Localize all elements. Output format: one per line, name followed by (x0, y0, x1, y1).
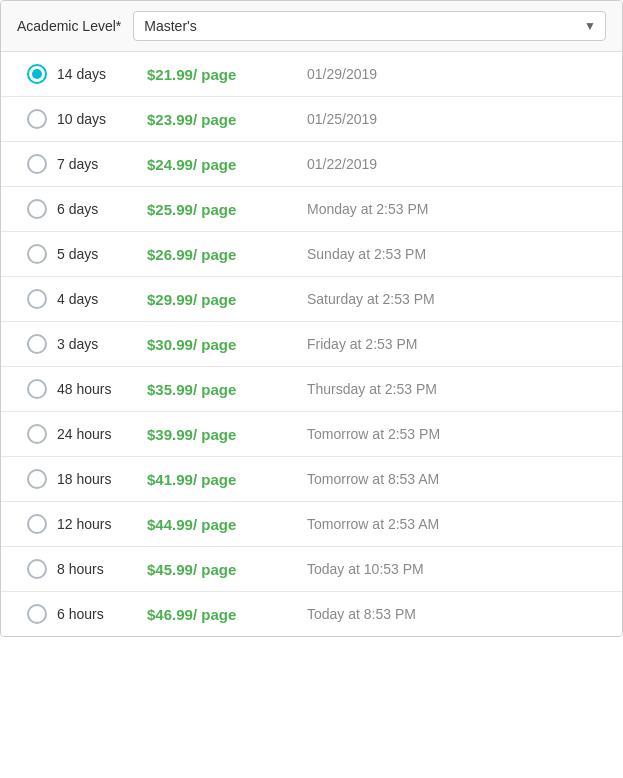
duration-label: 48 hours (57, 381, 147, 397)
pricing-row[interactable]: 5 days $26.99/ page Sunday at 2:53 PM (1, 232, 622, 277)
radio-col[interactable] (17, 604, 57, 624)
radio-button[interactable] (27, 154, 47, 174)
price-label: $21.99/ page (147, 66, 307, 83)
price-label: $44.99/ page (147, 516, 307, 533)
radio-col[interactable] (17, 469, 57, 489)
price-label: $41.99/ page (147, 471, 307, 488)
date-label: 01/25/2019 (307, 111, 606, 127)
pricing-row[interactable]: 6 hours $46.99/ page Today at 8:53 PM (1, 592, 622, 636)
price-label: $23.99/ page (147, 111, 307, 128)
duration-label: 4 days (57, 291, 147, 307)
price-label: $35.99/ page (147, 381, 307, 398)
date-label: Saturday at 2:53 PM (307, 291, 606, 307)
pricing-row[interactable]: 18 hours $41.99/ page Tomorrow at 8:53 A… (1, 457, 622, 502)
date-label: Tomorrow at 2:53 PM (307, 426, 606, 442)
price-label: $39.99/ page (147, 426, 307, 443)
radio-button[interactable] (27, 379, 47, 399)
duration-label: 10 days (57, 111, 147, 127)
duration-label: 6 hours (57, 606, 147, 622)
radio-button[interactable] (27, 334, 47, 354)
radio-button[interactable] (27, 424, 47, 444)
radio-button[interactable] (27, 514, 47, 534)
academic-level-select[interactable]: High SchoolUndergraduateMaster'sPhD (133, 11, 606, 41)
radio-col[interactable] (17, 559, 57, 579)
date-label: Friday at 2:53 PM (307, 336, 606, 352)
radio-button[interactable] (27, 604, 47, 624)
duration-label: 18 hours (57, 471, 147, 487)
radio-button[interactable] (27, 64, 47, 84)
radio-col[interactable] (17, 424, 57, 444)
price-label: $25.99/ page (147, 201, 307, 218)
pricing-row[interactable]: 3 days $30.99/ page Friday at 2:53 PM (1, 322, 622, 367)
price-label: $24.99/ page (147, 156, 307, 173)
duration-label: 8 hours (57, 561, 147, 577)
radio-button[interactable] (27, 244, 47, 264)
pricing-row[interactable]: 24 hours $39.99/ page Tomorrow at 2:53 P… (1, 412, 622, 457)
radio-col[interactable] (17, 514, 57, 534)
pricing-row[interactable]: 10 days $23.99/ page 01/25/2019 (1, 97, 622, 142)
date-label: Thursday at 2:53 PM (307, 381, 606, 397)
duration-label: 3 days (57, 336, 147, 352)
pricing-row[interactable]: 7 days $24.99/ page 01/22/2019 (1, 142, 622, 187)
academic-level-header: Academic Level* High SchoolUndergraduate… (1, 1, 622, 52)
radio-col[interactable] (17, 244, 57, 264)
pricing-row[interactable]: 48 hours $35.99/ page Thursday at 2:53 P… (1, 367, 622, 412)
radio-col[interactable] (17, 199, 57, 219)
radio-col[interactable] (17, 289, 57, 309)
radio-button[interactable] (27, 559, 47, 579)
duration-label: 5 days (57, 246, 147, 262)
radio-button[interactable] (27, 109, 47, 129)
duration-label: 12 hours (57, 516, 147, 532)
radio-button[interactable] (27, 199, 47, 219)
pricing-rows: 14 days $21.99/ page 01/29/2019 10 days … (1, 52, 622, 636)
duration-label: 7 days (57, 156, 147, 172)
academic-level-label: Academic Level* (17, 18, 121, 34)
date-label: 01/22/2019 (307, 156, 606, 172)
price-label: $30.99/ page (147, 336, 307, 353)
pricing-row[interactable]: 4 days $29.99/ page Saturday at 2:53 PM (1, 277, 622, 322)
radio-col[interactable] (17, 109, 57, 129)
radio-col[interactable] (17, 154, 57, 174)
academic-level-select-wrapper: High SchoolUndergraduateMaster'sPhD ▼ (133, 11, 606, 41)
radio-col[interactable] (17, 334, 57, 354)
radio-col[interactable] (17, 379, 57, 399)
pricing-row[interactable]: 12 hours $44.99/ page Tomorrow at 2:53 A… (1, 502, 622, 547)
date-label: Monday at 2:53 PM (307, 201, 606, 217)
pricing-row[interactable]: 8 hours $45.99/ page Today at 10:53 PM (1, 547, 622, 592)
date-label: Tomorrow at 8:53 AM (307, 471, 606, 487)
radio-button[interactable] (27, 469, 47, 489)
duration-label: 6 days (57, 201, 147, 217)
date-label: Today at 8:53 PM (307, 606, 606, 622)
price-label: $46.99/ page (147, 606, 307, 623)
date-label: Tomorrow at 2:53 AM (307, 516, 606, 532)
date-label: 01/29/2019 (307, 66, 606, 82)
price-label: $26.99/ page (147, 246, 307, 263)
radio-col[interactable] (17, 64, 57, 84)
date-label: Today at 10:53 PM (307, 561, 606, 577)
price-label: $45.99/ page (147, 561, 307, 578)
pricing-container: Academic Level* High SchoolUndergraduate… (0, 0, 623, 637)
radio-button[interactable] (27, 289, 47, 309)
pricing-row[interactable]: 6 days $25.99/ page Monday at 2:53 PM (1, 187, 622, 232)
duration-label: 14 days (57, 66, 147, 82)
price-label: $29.99/ page (147, 291, 307, 308)
duration-label: 24 hours (57, 426, 147, 442)
pricing-row[interactable]: 14 days $21.99/ page 01/29/2019 (1, 52, 622, 97)
date-label: Sunday at 2:53 PM (307, 246, 606, 262)
